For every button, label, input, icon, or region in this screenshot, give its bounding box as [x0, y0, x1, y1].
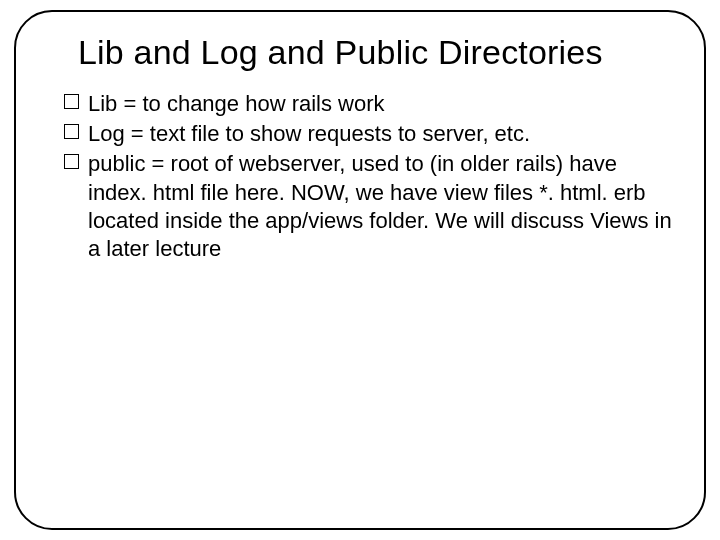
square-bullet-icon: [64, 124, 79, 139]
bullet-text: Log = text file to show requests to serv…: [88, 121, 530, 146]
bullet-list: Lib = to change how rails work Log = tex…: [64, 90, 676, 263]
slide-title: Lib and Log and Public Directories: [78, 32, 676, 72]
bullet-text: Lib = to change how rails work: [88, 91, 385, 116]
bullet-text: public = root of webserver, used to (in …: [88, 151, 672, 260]
square-bullet-icon: [64, 94, 79, 109]
square-bullet-icon: [64, 154, 79, 169]
list-item: Lib = to change how rails work: [64, 90, 676, 118]
list-item: public = root of webserver, used to (in …: [64, 150, 676, 263]
slide-frame: Lib and Log and Public Directories Lib =…: [14, 10, 706, 530]
list-item: Log = text file to show requests to serv…: [64, 120, 676, 148]
